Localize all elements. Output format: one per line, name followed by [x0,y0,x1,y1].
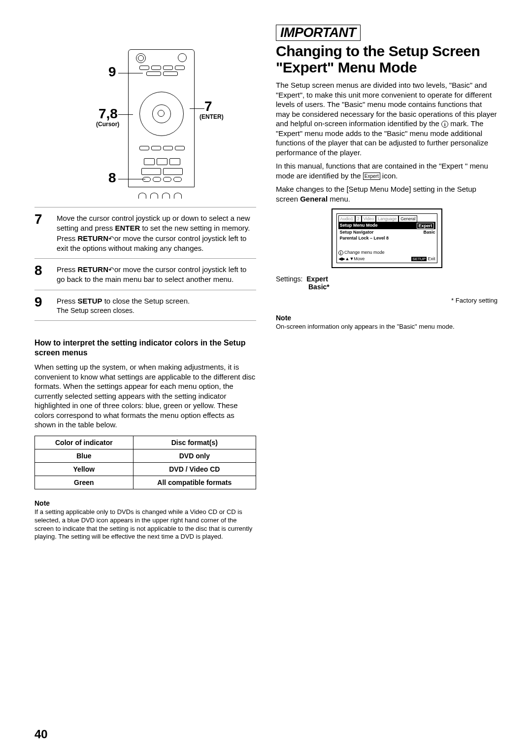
step-9: 9 Press SETUP to close the Setup screen.… [34,295,256,315]
callout-9: 9 [108,64,116,80]
menu-row: Setup NavigatorBasic [338,229,435,235]
step-text: Move the cursor control joystick up or d… [57,212,256,253]
remote-body [128,49,195,187]
step-sub: The Setup screen closes. [57,306,190,315]
expert-icon: Expert [363,172,380,180]
indicator-heading: How to interpret the setting indicator c… [34,338,256,359]
table-row: YellowDVD / Video CD [35,462,256,476]
tab: Audio1 [338,215,355,222]
screen-footer: ◀▶▲▼Move SETUP Exit [338,256,435,261]
paragraph-2: In this manual, functions that are conta… [276,161,498,180]
step-text: Press RETURN ↶ or move the cursor contro… [57,264,256,285]
indicator-body: When setting up the system, or when maki… [34,362,256,430]
menu-row: Parental Lock – Level 8 [338,235,435,241]
factory-note: * Factory setting [276,297,498,304]
step-8: 8 Press RETURN ↶ or move the cursor cont… [34,264,256,285]
th-color: Color of indicator [35,436,133,449]
note-text: If a setting applicable only to DVDs is … [34,508,256,542]
paragraph-1: The Setup screen menus are divided into … [276,80,498,157]
table-row: BlueDVD only [35,449,256,462]
hint: i Change menu mode [338,250,435,255]
remote-diagram: 9 7,8 (Cursor) 7 (ENTER) 8 [96,34,195,187]
indicator-table: Color of indicatorDisc format(s) BlueDVD… [34,436,256,489]
tab: 2 [355,215,362,222]
menu-row-selected: Setup Menu ModeExpert [338,222,435,229]
screen-mock: Audio1 2 Video Language General Setup Me… [332,208,442,268]
note-heading: Note [34,499,256,507]
step-7: 7 Move the cursor control joystick up or… [34,212,256,253]
callout-enter: (ENTER) [200,113,224,120]
callout-cursor: (Cursor) [96,121,119,128]
step-num: 8 [34,264,47,285]
callout-8: 8 [108,170,116,186]
settings: Settings: Expert Basic* [276,275,498,291]
return-icon: ↶ [108,234,114,243]
step-text: Press SETUP to close the Setup screen. T… [57,295,190,315]
main-heading: Changing to the Setup Screen "Expert" Me… [276,43,498,75]
callout-7: 7 [204,99,212,114]
table-row: GreenAll compatible formats [35,476,256,489]
tab: Video [362,215,376,222]
th-format: Disc format(s) [133,436,256,449]
paragraph-3: Make changes to the [Setup Menu Mode] se… [276,184,498,204]
important-badge: IMPORTANT [276,25,361,41]
tab-active: General [399,215,417,222]
tab: Language [376,215,399,222]
step-num: 9 [34,295,47,315]
callout-78: 7,8 [99,106,118,122]
return-icon: ↶ [108,265,114,275]
page-number: 40 [34,727,48,741]
info-icon: i [441,121,448,128]
note-text: On-screen information only appears in th… [276,323,498,331]
note-heading: Note [276,314,498,322]
step-num: 7 [34,212,47,253]
